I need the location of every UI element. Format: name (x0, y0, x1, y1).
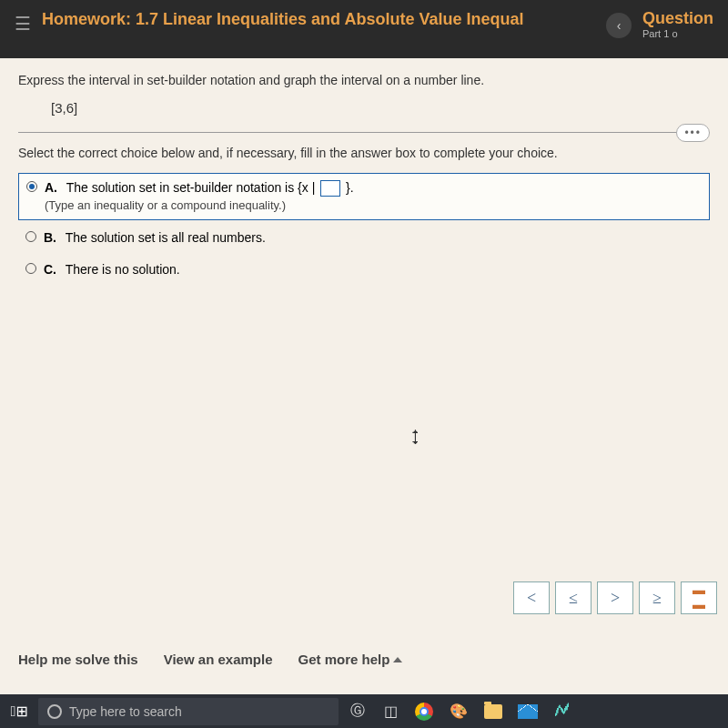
get-more-help-button[interactable]: Get more help (298, 652, 403, 667)
option-b-body: B. The solution set is all real numbers. (44, 229, 266, 247)
less-than-button[interactable]: < (513, 581, 550, 614)
windows-taskbar: ⊞ Type here to search Ⓖ ◫ 🎨 🗲 (0, 694, 728, 728)
radio-a[interactable] (26, 181, 37, 192)
problem-interval: [3,6] (51, 100, 710, 116)
radio-c[interactable] (25, 263, 36, 274)
divider: ••• (18, 132, 710, 133)
radio-b[interactable] (25, 231, 36, 242)
select-instruction: Select the correct choice below and, if … (18, 146, 710, 160)
problem-instruction: Express the interval in set-builder nota… (18, 73, 710, 87)
part-label: Part 1 o (642, 28, 713, 39)
help-row: Help me solve this View an example Get m… (18, 652, 402, 667)
option-a-hint: (Type an inequality or a compound inequa… (45, 198, 286, 212)
search-placeholder: Type here to search (69, 704, 182, 719)
content-area: Express the interval in set-builder nota… (0, 58, 728, 284)
search-icon (47, 704, 62, 719)
option-c-body: C. There is no solution. (44, 261, 180, 278)
option-a-body: A. The solution set in set-builder notat… (45, 179, 354, 214)
option-b-text: The solution set is all real numbers. (66, 230, 266, 245)
app-bolt-icon[interactable]: 🗲 (548, 699, 577, 724)
app-screen: ☰ Homework: 1.7 Linear Inequalities and … (0, 0, 728, 694)
homework-name: 1.7 Linear Inequalities and Absolute Val… (136, 10, 523, 28)
question-meta: Question Part 1 o (642, 9, 713, 39)
mail-icon[interactable] (513, 699, 542, 724)
option-a-text-pre: The solution set in set-builder notation… (66, 180, 319, 195)
taskbar-search[interactable]: Type here to search (38, 698, 339, 725)
hamburger-menu-icon[interactable]: ☰ (15, 13, 31, 35)
math-toolbar: < ≤ > ≥ ▬▬ (513, 581, 717, 614)
greater-equal-button[interactable]: ≥ (639, 581, 675, 614)
option-c-text: There is no solution. (66, 262, 180, 277)
answer-options: A. The solution set in set-builder notat… (18, 173, 710, 284)
help-solve-button[interactable]: Help me solve this (18, 652, 138, 667)
caret-up-icon (393, 657, 402, 662)
chrome-icon[interactable] (410, 699, 439, 724)
task-view-icon[interactable]: ◫ (377, 699, 404, 724)
start-button[interactable]: ⊞ (5, 699, 33, 724)
option-c[interactable]: C. There is no solution. (18, 256, 710, 284)
view-example-button[interactable]: View an example (164, 652, 273, 667)
option-a-letter: A. (45, 180, 57, 195)
option-b[interactable]: B. The solution set is all real numbers. (18, 224, 710, 252)
cortana-mic-icon[interactable]: Ⓖ (344, 699, 371, 724)
less-equal-button[interactable]: ≤ (555, 581, 592, 614)
answer-input-a[interactable] (320, 180, 340, 197)
option-a-text-post: }. (342, 180, 353, 195)
greater-than-button[interactable]: > (597, 581, 633, 614)
option-b-letter: B. (44, 230, 56, 245)
homework-title: Homework: 1.7 Linear Inequalities and Ab… (42, 9, 595, 30)
option-a[interactable]: A. The solution set in set-builder notat… (18, 173, 710, 220)
mouse-cursor-icon: ⭥ (408, 428, 424, 447)
fraction-button[interactable]: ▬▬ (681, 581, 717, 614)
more-options-button[interactable]: ••• (676, 124, 710, 142)
file-explorer-icon[interactable] (479, 699, 508, 724)
homework-prefix: Homework: (42, 10, 131, 28)
question-label: Question (642, 9, 713, 28)
option-c-letter: C. (44, 262, 56, 277)
prev-question-button[interactable]: ‹ (606, 13, 632, 38)
header-bar: ☰ Homework: 1.7 Linear Inequalities and … (0, 0, 728, 58)
paint-icon[interactable]: 🎨 (444, 699, 473, 724)
